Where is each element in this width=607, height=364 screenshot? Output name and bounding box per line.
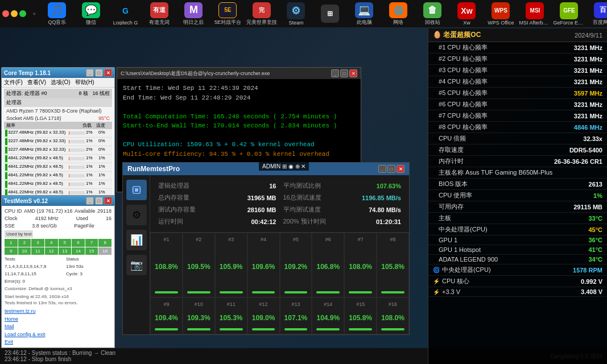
- menu-options[interactable]: 选项(O): [51, 78, 70, 86]
- ms-val-test-mem: 28160 MB: [247, 206, 276, 213]
- menu-help[interactable]: 帮助(H): [75, 78, 94, 86]
- taskbar-app-steam[interactable]: ⚙ Steam: [279, 1, 312, 26]
- taskbar-app-msi[interactable]: MSI MSI Afterburner: [518, 1, 551, 26]
- tms-link-exit[interactable]: Exit: [5, 338, 112, 346]
- ct-core-freq: 3227.48MHz (99.82 x 32.33): [8, 130, 68, 136]
- cruncherly-line: CPU Utilization: 1509.63 % + 0.42 % kern…: [123, 140, 355, 150]
- tms-tests-label: Tests: [5, 256, 65, 262]
- rp-row-label: 主板名称 Asus TUF Gaming B650M-Plus: [439, 168, 602, 177]
- tms-link-loadconfig[interactable]: Load config & exit: [5, 331, 112, 338]
- tms-test-cell: 2: [18, 239, 31, 246]
- memtest-sidebar-cpu[interactable]: [126, 180, 147, 200]
- taskbar-app-xw[interactable]: Xw Xw: [450, 1, 483, 26]
- ms-val-avg-speed: 74.80 MB/s: [369, 206, 401, 213]
- rp-data-row: ■ 可用内存 29115 MB: [428, 201, 607, 213]
- rp-row-label: 存取速度: [439, 146, 569, 154]
- mgc-bar-bg: [381, 328, 404, 330]
- rp-row-val: 2613: [589, 181, 602, 188]
- ct-col-temp: 温度: [96, 122, 110, 129]
- tms-status-grid: Tests Status 7,1,4,3,0,13,9,14,7,8 13m 5…: [5, 256, 112, 285]
- memtest-close[interactable]: ✕: [397, 165, 404, 173]
- taskbar-app-recycle[interactable]: 🗑 回收站: [416, 1, 449, 26]
- maximize-button[interactable]: [19, 10, 26, 17]
- ct-col-bar: [69, 122, 82, 129]
- cruncherly-maximize[interactable]: □: [340, 69, 348, 77]
- memtest-sidebar-camera[interactable]: 📷: [126, 255, 147, 275]
- coretemp-maximize[interactable]: □: [95, 69, 103, 77]
- rp-row-label: 主板: [439, 214, 588, 222]
- mgc-pct: 105.3%: [220, 314, 243, 322]
- mgc-num: #2: [196, 237, 201, 242]
- mgc-bar: [284, 291, 308, 293]
- testmems-minimize[interactable]: _: [86, 197, 94, 205]
- mingri-icon: M: [184, 2, 203, 18]
- new-tab-button[interactable]: +: [32, 10, 36, 17]
- mgc-num: #4: [261, 237, 266, 242]
- taskbar-app-mingri[interactable]: M 明日之后: [177, 1, 210, 26]
- taskbar-app-5e[interactable]: 5E 5E对战平台: [211, 1, 244, 26]
- taskbar-app-baidu[interactable]: 百 百度网盘: [587, 1, 607, 26]
- coretemp-title: Core Temp 1.18.1: [4, 70, 51, 76]
- ms-val-est-time: 01:20:31: [376, 218, 401, 225]
- mgc-bar-bg: [316, 291, 340, 293]
- testmems-close[interactable]: ✕: [104, 197, 112, 205]
- ct-core-indicator: [5, 155, 7, 162]
- cruncherly-line: [123, 102, 355, 112]
- cruncherly-line: Multi-core Efficiency: 94.35 % + 0.03 % …: [123, 150, 355, 159]
- mgc-cell: #7 108.0%: [344, 233, 377, 297]
- taskbar-app-geforce[interactable]: GFE GeForce Experience: [552, 1, 585, 26]
- right-panel: 🥚 老蛋超频OC 2024/9/11 ■ #1 CPU 核心频率 3231 MH…: [428, 28, 607, 364]
- rp-data-row: ■ #7 CPU 核心频率 3231 MHz: [428, 110, 607, 122]
- taskbar-app-wanmei[interactable]: 完 完美世界竞技: [245, 1, 278, 26]
- tms-available-label: Available: [75, 208, 95, 215]
- memtest-sidebar-gear[interactable]: ⚙: [126, 205, 147, 225]
- cruncherly-close[interactable]: ✕: [349, 69, 357, 77]
- menu-file[interactable]: 文件(F): [4, 78, 23, 86]
- mgc-bar: [349, 328, 372, 330]
- mgc-cell: #16 108.0%: [377, 297, 409, 334]
- mgc-pct: 108.0%: [349, 263, 372, 271]
- mgc-pct: 104.9%: [316, 314, 340, 322]
- tms-link-mail[interactable]: Mail: [5, 323, 112, 330]
- rp-row-icon: ■: [433, 78, 436, 85]
- mgc-num: #3: [228, 237, 234, 242]
- memtest-minimize[interactable]: _: [378, 165, 386, 173]
- cruncherly-minimize[interactable]: _: [331, 69, 339, 77]
- taskbar-app-misc[interactable]: ⊞: [313, 1, 346, 26]
- coretemp-minimize[interactable]: _: [86, 69, 94, 77]
- mgc-cell: #6 106.8%: [312, 233, 344, 297]
- memtest-maximize[interactable]: □: [387, 165, 395, 173]
- tms-test-cell: 14: [72, 247, 85, 255]
- mgc-pct: 109.0%: [252, 314, 275, 322]
- menu-view[interactable]: 查看(V): [27, 78, 46, 86]
- ct-core-bar: [69, 148, 69, 152]
- memtest-stats: 逻辑处理器 16 平均测试比例 107.63% 总内存容量 31965 MB 1…: [150, 175, 409, 233]
- tms-link-home[interactable]: Home: [5, 316, 112, 323]
- rp-row-val: 3231 MHz: [574, 67, 602, 74]
- rp-row-val: 3231 MHz: [574, 113, 602, 119]
- minimize-button[interactable]: [11, 10, 18, 17]
- memtest-sidebar-chart[interactable]: 📊: [126, 230, 147, 250]
- ct-cpu-selector[interactable]: 处理器: 处理器 #0: [6, 90, 47, 97]
- tms-link-testmem[interactable]: testmem.tz.ru: [5, 308, 112, 315]
- ct-core-indicator: [5, 130, 7, 136]
- memtest-stat-row: 测试内存容量 28160 MB: [155, 204, 280, 216]
- close-button[interactable]: [2, 10, 9, 17]
- taskbar-app-computer[interactable]: 💻 此电脑: [348, 1, 381, 26]
- coretemp-close[interactable]: ✕: [104, 69, 112, 77]
- taskbar-app-logitech[interactable]: G Logitech G: [109, 1, 142, 26]
- rp-row-label: #8 CPU 核心频率: [439, 123, 574, 131]
- mgc-num: #13: [291, 301, 300, 307]
- rp-row-val: DDR5-5400: [569, 147, 602, 154]
- taskbar-app-network[interactable]: 🌐 网络: [382, 1, 415, 26]
- testmems-maximize[interactable]: □: [95, 197, 103, 205]
- taskbar-app-wps[interactable]: WPS WPS Office: [484, 1, 517, 26]
- mgc-num: #6: [325, 237, 331, 242]
- taskbar-app-label: 5E对战平台: [214, 19, 241, 25]
- taskbar-app-youdao[interactable]: 有道 有道无词: [143, 1, 176, 26]
- rp-data-row: ■ #6 CPU 核心频率 3231 MHz: [428, 99, 607, 110]
- misc-icon: ⊞: [321, 5, 339, 23]
- mgc-pct: 109.5%: [187, 263, 210, 271]
- taskbar-app-qq-music[interactable]: 🎵 QQ音乐: [40, 1, 73, 26]
- taskbar-app-wechat[interactable]: 💬 微信: [75, 1, 108, 26]
